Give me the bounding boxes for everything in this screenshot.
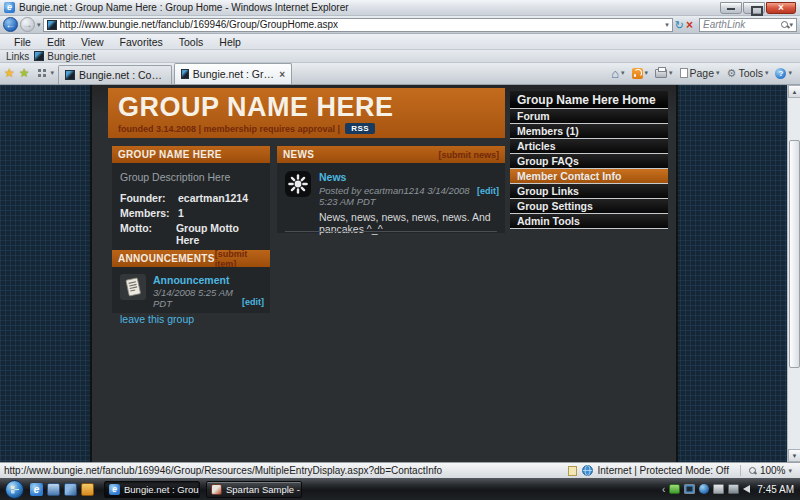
vertical-scrollbar[interactable]: ▲ ▼: [787, 85, 800, 462]
stop-button[interactable]: ×: [686, 18, 693, 32]
tray-chevron-icon[interactable]: ‹: [662, 484, 665, 495]
taskbar-button-bungie[interactable]: e Bungie.net : Group ...: [104, 481, 200, 498]
rss-badge[interactable]: RSS: [345, 123, 375, 134]
zoom-dropdown-icon[interactable]: ▾: [788, 467, 792, 475]
menu-view[interactable]: View: [73, 36, 112, 48]
forward-button[interactable]: →: [20, 17, 35, 32]
menu-edit[interactable]: Edit: [39, 36, 73, 48]
system-tray: ‹ 7:45 AM: [662, 484, 800, 495]
zone-text: Internet | Protected Mode: Off: [598, 465, 729, 476]
menu-bar: File Edit View Favorites Tools Help: [0, 34, 800, 50]
zoom-control[interactable]: 100% ▾: [740, 465, 792, 476]
nav-admin-tools[interactable]: Admin Tools: [510, 214, 668, 229]
nav-group-settings[interactable]: Group Settings: [510, 199, 668, 214]
tray-volume-icon[interactable]: [743, 485, 750, 493]
quick-launch: e: [30, 483, 94, 496]
news-title-link[interactable]: News: [319, 171, 499, 183]
printer-icon: [655, 69, 667, 78]
tab-community[interactable]: Bungie.net : Community : ...: [58, 65, 172, 84]
tray-safely-remove-icon[interactable]: [669, 484, 680, 494]
scroll-down-button[interactable]: ▼: [788, 449, 800, 462]
submit-item-link[interactable]: [submit item]: [215, 249, 264, 269]
gear-icon: ⚙: [727, 68, 737, 79]
zoom-level: 100%: [760, 465, 786, 476]
browser-viewport: GROUP NAME HERE founded 3.14.2008 | memb…: [0, 85, 800, 462]
announcement-edit-link[interactable]: [edit]: [242, 297, 264, 307]
quick-launch-app-icon[interactable]: [81, 483, 94, 496]
scrollbar-thumb[interactable]: [789, 140, 800, 368]
news-header-label: NEWS: [283, 149, 314, 160]
window-switcher-icon[interactable]: [64, 483, 77, 496]
show-desktop-icon[interactable]: [47, 483, 60, 496]
start-button[interactable]: [5, 480, 24, 499]
taskbar-button-label: Bungie.net : Group ...: [124, 484, 200, 495]
help-button[interactable]: ? ▾: [773, 68, 794, 79]
menu-tools[interactable]: Tools: [171, 36, 212, 48]
history-dropdown-icon[interactable]: ▾: [37, 21, 41, 29]
submit-news-link[interactable]: [submit news]: [438, 150, 499, 160]
dropdown-icon[interactable]: ▾: [669, 69, 673, 77]
news-gear-icon: [285, 171, 311, 197]
url-dropdown-icon[interactable]: ▾: [665, 21, 669, 29]
home-button[interactable]: ⌂ ▾: [609, 67, 626, 80]
menu-help[interactable]: Help: [211, 36, 249, 48]
taskbar-clock[interactable]: 7:45 AM: [757, 484, 794, 495]
dropdown-icon[interactable]: ▾: [765, 69, 769, 77]
tray-battery-icon[interactable]: [713, 484, 724, 494]
news-edit-link[interactable]: [edit]: [477, 186, 499, 196]
announcements-header-label: ANNOUNCEMENTS: [118, 253, 215, 264]
window-titlebar: e Bungie.net : Group Name Here : Group H…: [0, 0, 800, 16]
dropdown-icon[interactable]: ▾: [788, 69, 792, 77]
back-button[interactable]: ←: [3, 17, 18, 32]
page-icon: [680, 68, 688, 78]
url-text[interactable]: http://www.bungie.net/fanclub/169946/Gro…: [60, 19, 663, 30]
nav-group-home[interactable]: Group Name Here Home: [510, 91, 668, 109]
announcement-title-link[interactable]: Announcement: [153, 274, 235, 286]
page-button[interactable]: Page ▾: [678, 67, 722, 79]
tab-list-dropdown-icon[interactable]: ▾: [51, 69, 55, 77]
links-item-bungie[interactable]: Bungie.net: [34, 51, 95, 62]
bungie-favicon: [47, 20, 57, 30]
menu-favorites[interactable]: Favorites: [112, 36, 171, 48]
search-input[interactable]: [703, 19, 781, 30]
tab-bar: ★ ★ ▾ Bungie.net : Community : ... Bungi…: [0, 63, 800, 85]
bungie-favicon: [181, 69, 189, 79]
tab-group-home[interactable]: Bungie.net : Group Na... ×: [174, 63, 292, 84]
search-icon[interactable]: [781, 21, 789, 29]
tab-close-icon[interactable]: ×: [279, 69, 285, 80]
dropdown-icon[interactable]: ▾: [621, 69, 625, 77]
quick-tabs-icon[interactable]: [38, 69, 47, 78]
leave-group-link[interactable]: leave this group: [120, 313, 194, 325]
maximize-button[interactable]: [743, 2, 765, 14]
nav-group-links[interactable]: Group Links: [510, 184, 668, 199]
minimize-button[interactable]: [720, 2, 742, 14]
url-field[interactable]: http://www.bungie.net/fanclub/169946/Gro…: [43, 18, 673, 32]
help-icon: ?: [775, 68, 786, 79]
nav-members[interactable]: Members (1): [510, 124, 668, 139]
nav-member-contact-info[interactable]: Member Contact Info: [510, 169, 668, 184]
nav-articles[interactable]: Articles: [510, 139, 668, 154]
nav-group-faqs[interactable]: Group FAQs: [510, 154, 668, 169]
tools-label: Tools: [738, 67, 763, 79]
refresh-button[interactable]: ↻: [675, 18, 684, 32]
tray-network-icon[interactable]: [728, 484, 739, 494]
menu-file[interactable]: File: [6, 36, 39, 48]
quick-launch-ie-icon[interactable]: e: [30, 483, 43, 496]
announcements-header: ANNOUNCEMENTS [submit item]: [112, 250, 270, 267]
scroll-up-button[interactable]: ▲: [788, 85, 800, 98]
status-doc-icon: [568, 466, 577, 476]
favorites-star-icon[interactable]: ★: [4, 67, 15, 79]
feeds-button[interactable]: ▾: [630, 68, 651, 79]
tray-display-icon[interactable]: [684, 484, 695, 494]
tray-network-globe-icon[interactable]: [699, 484, 709, 494]
tools-button[interactable]: ⚙ Tools ▾: [725, 67, 771, 79]
taskbar-button-spartan[interactable]: Spartan Sample - Pa...: [206, 481, 302, 498]
print-button[interactable]: ▾: [653, 69, 675, 78]
dropdown-icon[interactable]: ▾: [716, 69, 720, 77]
add-favorite-icon[interactable]: ★: [19, 67, 30, 79]
close-button[interactable]: ×: [766, 2, 796, 14]
dropdown-icon[interactable]: ▾: [645, 69, 649, 77]
search-box[interactable]: ▾: [699, 18, 797, 32]
group-nav-menu: Group Name Here Home Forum Members (1) A…: [510, 91, 668, 229]
nav-forum[interactable]: Forum: [510, 109, 668, 124]
